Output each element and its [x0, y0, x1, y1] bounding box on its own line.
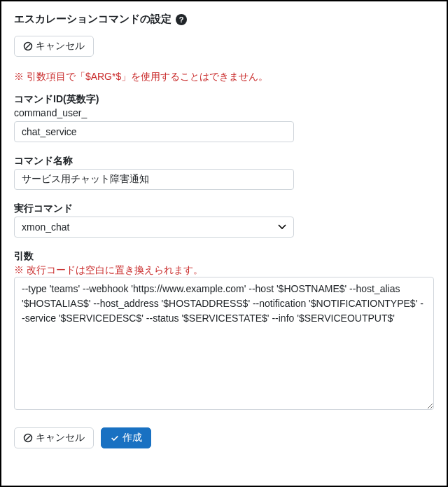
command-id-label: コマンドID(英数字)	[14, 93, 434, 106]
exec-command-group: 実行コマンド xmon_chat	[14, 203, 434, 238]
page-header: エスカレーションコマンドの設定 ?	[14, 13, 434, 26]
create-button[interactable]: 作成	[101, 427, 151, 448]
cancel-button-label: キャンセル	[36, 432, 85, 444]
exec-command-select[interactable]: xmon_chat	[14, 217, 294, 238]
newline-warning: ※ 改行コードは空白に置き換えられます。	[14, 264, 434, 277]
cancel-icon	[23, 41, 33, 51]
args-label: 引数	[14, 250, 434, 263]
cancel-button-top[interactable]: キャンセル	[14, 36, 94, 57]
command-id-input[interactable]	[14, 121, 294, 142]
cancel-icon	[23, 433, 33, 443]
create-button-label: 作成	[122, 432, 142, 444]
command-id-prefix: command_user_	[14, 107, 434, 118]
page-container: エスカレーションコマンドの設定 ? キャンセル ※ 引数項目で「$ARG*$」を…	[0, 0, 448, 487]
arg-restriction-warning: ※ 引数項目で「$ARG*$」を使用することはできません。	[14, 71, 434, 83]
page-title: エスカレーションコマンドの設定	[14, 13, 172, 26]
args-group: 引数 ※ 改行コードは空白に置き換えられます。	[14, 250, 434, 412]
check-icon	[110, 433, 120, 443]
command-name-group: コマンド名称	[14, 155, 434, 190]
footer-actions: キャンセル 作成	[14, 427, 434, 448]
svg-line-3	[26, 436, 30, 440]
command-name-input[interactable]	[14, 169, 294, 190]
command-id-group: コマンドID(英数字) command_user_	[14, 93, 434, 142]
cancel-button-bottom[interactable]: キャンセル	[14, 427, 94, 448]
command-name-label: コマンド名称	[14, 155, 434, 167]
exec-command-label: 実行コマンド	[14, 203, 434, 215]
args-textarea[interactable]	[14, 277, 434, 410]
help-icon[interactable]: ?	[176, 14, 187, 25]
cancel-button-label: キャンセル	[36, 40, 85, 53]
svg-line-1	[26, 44, 30, 48]
